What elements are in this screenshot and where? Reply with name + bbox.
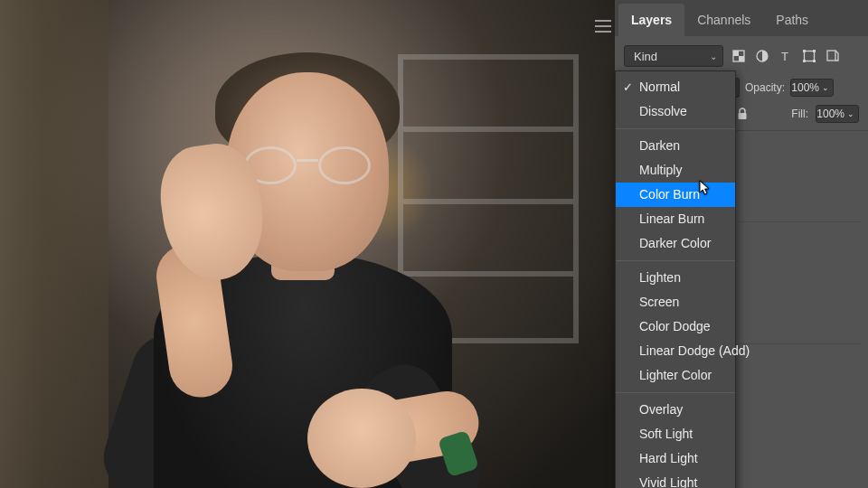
blend-mode-dropdown[interactable]: ✓NormalDissolveDarkenMultiplyColor BurnL… xyxy=(615,70,736,488)
blend-mode-option-label: Color Dodge xyxy=(639,319,711,333)
chevron-down-icon: ⌄ xyxy=(822,83,829,92)
blend-mode-option[interactable]: ✓Normal xyxy=(616,75,735,99)
blend-mode-option-label: Lighten xyxy=(639,270,681,285)
fill-label: Fill: xyxy=(791,108,808,120)
blend-mode-option-label: Darken xyxy=(639,138,680,153)
filter-adjustment-icon[interactable] xyxy=(754,48,770,64)
blend-mode-option[interactable]: Color Dodge xyxy=(616,314,735,339)
dropdown-separator xyxy=(616,392,735,393)
check-icon: ✓ xyxy=(623,75,633,99)
blend-mode-option[interactable]: Darker Color xyxy=(616,231,735,256)
fill-input[interactable]: 100%⌄ xyxy=(816,105,859,123)
filter-smartobject-icon[interactable] xyxy=(825,48,841,64)
blend-mode-option-label: Dissolve xyxy=(639,104,687,118)
blend-mode-option-label: Darker Color xyxy=(639,236,711,250)
blend-mode-option-label: Linear Dodge (Add) xyxy=(639,343,750,358)
blend-mode-option[interactable]: Lighter Color xyxy=(616,363,735,388)
filter-pixel-icon[interactable] xyxy=(731,48,747,64)
chevron-down-icon: ⌄ xyxy=(847,109,854,118)
svg-rect-8 xyxy=(803,50,806,52)
svg-rect-12 xyxy=(827,51,835,61)
blend-mode-option-label: Overlay xyxy=(639,402,683,417)
svg-text:T: T xyxy=(781,50,788,63)
blend-mode-option[interactable]: Hard Light xyxy=(616,446,735,471)
chevron-down-icon: ⌄ xyxy=(710,52,717,61)
blend-mode-option[interactable]: Linear Dodge (Add) xyxy=(616,339,735,363)
svg-rect-4 xyxy=(739,56,744,61)
svg-rect-13 xyxy=(739,113,747,119)
filter-shape-icon[interactable] xyxy=(801,48,817,64)
blend-mode-option[interactable]: Soft Light xyxy=(616,422,735,446)
layer-filter-label: Kind xyxy=(634,50,657,63)
blend-mode-option-label: Screen xyxy=(639,295,679,309)
tab-layers[interactable]: Layers xyxy=(618,4,684,36)
svg-rect-9 xyxy=(813,50,816,52)
blend-mode-option-label: Soft Light xyxy=(639,427,693,441)
blend-mode-option[interactable]: Screen xyxy=(616,290,735,314)
blend-mode-option-label: Linear Burn xyxy=(639,211,704,226)
opacity-input[interactable]: 100%⌄ xyxy=(790,79,834,97)
filter-type-icon[interactable]: T xyxy=(778,48,794,64)
blend-mode-option-label: Vivid Light xyxy=(639,475,697,488)
blend-mode-option[interactable]: Dissolve xyxy=(616,99,735,124)
svg-rect-11 xyxy=(813,60,816,62)
tutorial-video xyxy=(0,0,615,488)
blend-mode-option[interactable]: Overlay xyxy=(616,398,735,422)
dropdown-separator xyxy=(616,260,735,261)
tab-channels[interactable]: Channels xyxy=(684,4,763,36)
layer-filter-select[interactable]: Kind ⌄ xyxy=(624,45,723,67)
blend-mode-option[interactable]: Multiply xyxy=(616,158,735,183)
blend-mode-option-label: Color Burn xyxy=(639,187,700,202)
svg-rect-7 xyxy=(805,52,815,61)
opacity-label: Opacity: xyxy=(745,81,785,94)
dropdown-separator xyxy=(616,128,735,129)
panel-menu-icon[interactable] xyxy=(595,20,611,33)
tab-paths[interactable]: Paths xyxy=(763,4,821,36)
blend-mode-option[interactable]: Lighten xyxy=(616,266,735,290)
blend-mode-option[interactable]: Color Burn xyxy=(616,183,735,207)
layers-panel: Layers Channels Paths Kind ⌄ T ⌄ Opacity… xyxy=(615,0,868,488)
svg-rect-10 xyxy=(803,60,806,62)
blend-mode-option-label: Hard Light xyxy=(639,451,698,465)
blend-mode-option-label: Normal xyxy=(639,80,680,94)
blend-mode-option[interactable]: Vivid Light xyxy=(616,471,735,488)
svg-rect-3 xyxy=(733,51,739,56)
lock-icon[interactable] xyxy=(735,107,750,121)
blend-mode-option-label: Multiply xyxy=(639,163,682,177)
blend-mode-option-label: Lighter Color xyxy=(639,368,712,382)
blend-mode-option[interactable]: Darken xyxy=(616,134,735,158)
blend-mode-option[interactable]: Linear Burn xyxy=(616,207,735,231)
panel-tabs: Layers Channels Paths xyxy=(615,0,868,36)
